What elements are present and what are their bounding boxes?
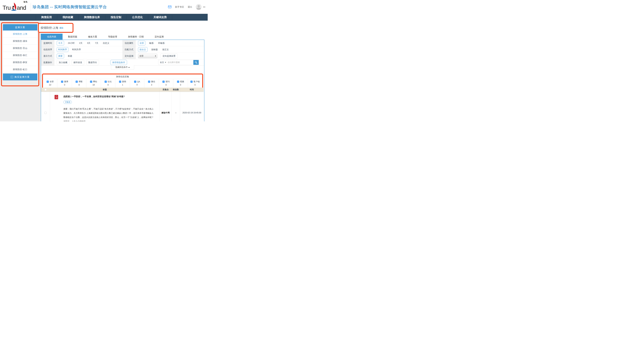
collection-row: 全部 22 微博 0 博客 0 网站 18 <box>43 79 202 87</box>
buy-plan-button[interactable]: + 购买监测方案 <box>3 74 37 80</box>
logo-text-cn: 珍岛 <box>23 1 28 3</box>
checkbox-qa-checked[interactable] <box>134 81 136 83</box>
tab-directional-monitor[interactable]: 定向监测 <box>149 34 169 40</box>
sort-option-desc[interactable]: 时间降序 <box>57 47 68 52</box>
search-scope-value: 全文 <box>160 61 164 64</box>
checkbox-all-checked[interactable] <box>46 81 49 83</box>
tab-info-list[interactable]: 信息列表 <box>41 34 63 40</box>
nav-item-data-warehouse[interactable]: 舆情数据仓库 <box>79 14 105 21</box>
checkbox-weibo-checked[interactable] <box>61 81 63 83</box>
match-option-fulltext[interactable]: 按全文 <box>138 47 148 52</box>
time-option-7d[interactable]: 7天 <box>95 42 98 44</box>
checkbox-website-checked[interactable] <box>90 81 92 83</box>
caret-down-icon <box>165 62 166 63</box>
export-data-button[interactable]: 数据导出 <box>86 60 99 65</box>
sidebar-item-xuhui[interactable]: 疫情防控-徐汇 <box>3 52 37 59</box>
source-logo-text: 上观 <box>55 97 58 98</box>
tab-data-mining[interactable]: 数据挖掘 <box>63 34 83 40</box>
collection-item-press: 报刊 0 <box>159 79 173 87</box>
sidebar-item-pudong[interactable]: 疫情防控-浦东 <box>3 38 37 45</box>
checkbox-video-checked[interactable] <box>177 81 179 83</box>
attribute-option-all[interactable]: 全部 <box>138 41 145 45</box>
annotation-box-sidebar: 监测方案 疫情防控-上海 疫情防控-浦东 疫情防控-宝山 疫情防控-徐汇 疫情防… <box>1 22 39 86</box>
logout-link[interactable]: 退出 <box>188 5 192 8</box>
checkbox-news-checked[interactable] <box>119 81 121 83</box>
tab-level-process[interactable]: 等级处理 <box>103 34 123 40</box>
time-option-today[interactable]: 今天 <box>57 41 64 45</box>
filter-label-sort: 信息排序 <box>41 46 54 53</box>
collection-item-all: 全部 22 <box>43 79 57 87</box>
hide-filter-label: 隐藏筛选条件 <box>115 66 128 69</box>
sidebar-item-shanghai[interactable]: 疫情防控-上海 <box>3 30 37 38</box>
filter-row-batch: 批量操作 加入收藏 邮件发送 数据导出 保存筛选条件 全文 <box>41 59 204 66</box>
checkbox-blog-checked[interactable] <box>76 81 78 83</box>
attribute-option-sensitive[interactable]: 敏感 <box>149 42 154 44</box>
row-time-cell: 2020-02-19 19:45:00 <box>180 92 204 121</box>
collection-item-video: 视频 0 <box>173 79 188 87</box>
search-input[interactable] <box>167 61 193 64</box>
nav-item-report[interactable]: 报告定制 <box>105 14 127 21</box>
filter-label-attribute: 信息属性 <box>122 40 136 46</box>
tab-daily-report[interactable]: 舆情服务 - 日报 <box>123 34 149 40</box>
collection-count: 0 <box>136 84 138 86</box>
filter-row-sort: 信息排序 时间降序 时间升序 匹配方式 按全文 按标题 按正文 <box>41 46 204 53</box>
nav-item-pr-optimize[interactable]: 公关优化 <box>127 14 148 21</box>
table-row: 上观 战疫观 | 一手防控，一手发展，如何应答这道看似“两难”的考题? 非敏感 … <box>41 92 204 121</box>
sidebar-item-jingan[interactable]: 疫情防控-静安 <box>3 59 37 66</box>
mail-icon[interactable] <box>168 6 172 8</box>
collection-item-client: 客户端 0 <box>188 79 202 87</box>
nav-divider <box>172 15 172 20</box>
row-title-cell: 上观 战疫观 | 一手防控，一手发展，如何应答这道看似“两难”的考题? 非敏感 … <box>50 92 160 121</box>
checkbox-client-checked[interactable] <box>190 81 193 83</box>
collection-count: 0 <box>108 84 109 86</box>
tab-edit-plan[interactable]: 修改方案 <box>83 34 103 40</box>
delete-plan-link[interactable]: 删除 <box>60 27 63 29</box>
row-checkbox[interactable] <box>44 112 46 114</box>
nav-item-favorites[interactable]: 我的收藏 <box>57 14 79 21</box>
display-option-summary[interactable]: 摘要 <box>57 54 64 58</box>
match-option-body[interactable]: 按正文 <box>162 48 169 51</box>
nav-item-yuqing-app[interactable]: 舆情应用 <box>36 14 57 21</box>
collection-label: 新闻 <box>122 80 126 83</box>
site-title: 珍岛集团 -- 实时网络舆情智能监测云平台 <box>33 0 107 14</box>
collection-label: 论坛 <box>108 80 112 83</box>
collection-count: 18 <box>92 84 95 86</box>
filter-label-match: 匹配方式 <box>122 46 136 53</box>
collection-count: 0 <box>180 84 181 86</box>
hide-filter-toggle[interactable]: 隐藏筛选条件 <box>111 65 134 69</box>
sort-option-asc[interactable]: 时间升序 <box>72 48 81 51</box>
search-box: 全文 <box>158 60 199 65</box>
time-option-2d[interactable]: 2天 <box>79 42 82 44</box>
sidebar-item-baoshan[interactable]: 疫情防控-宝山 <box>3 45 37 52</box>
checkbox-wechat-checked[interactable] <box>148 81 150 83</box>
header-similar: 相似数 <box>172 87 180 92</box>
display-option-title[interactable]: 标题 <box>68 55 72 58</box>
newbie-zone-link[interactable]: 新手专区 <box>175 5 184 8</box>
checkbox-press-checked[interactable] <box>162 81 165 83</box>
filter-options-attribute: 全部 敏感 非敏感 <box>136 40 204 46</box>
collection-label: 网站 <box>93 80 97 83</box>
time-option-24h[interactable]: 24小时 <box>68 42 75 44</box>
save-filter-button[interactable]: 保存筛选条件 <box>110 60 127 65</box>
filter-label-time: 监测时间 <box>41 40 54 46</box>
brand-logo[interactable]: Tru and 珍岛 <box>2 2 26 11</box>
select-spinner-icon <box>155 55 156 57</box>
article-title-link[interactable]: 战疫观 | 一手防控，一手发展，如何应答这道看似“两难”的考题? <box>64 95 125 98</box>
time-option-3d[interactable]: 3天 <box>87 42 90 44</box>
match-option-title[interactable]: 按标题 <box>151 48 158 51</box>
collection-label: QA <box>137 81 140 83</box>
add-favorite-button[interactable]: 加入收藏 <box>57 60 69 65</box>
directional-settings-button[interactable]: 定向监测设置 <box>160 53 178 59</box>
avatar[interactable] <box>196 4 201 10</box>
attribute-option-nonsensitive[interactable]: 非敏感 <box>158 42 164 44</box>
sidebar-item-hongkou[interactable]: 疫情防控-虹口 <box>3 66 37 73</box>
search-button[interactable] <box>193 60 199 65</box>
send-email-button[interactable]: 邮件发送 <box>71 60 84 65</box>
search-scope-dropdown[interactable]: 全文 <box>158 61 167 64</box>
checkbox-forum-checked[interactable] <box>105 81 107 83</box>
directional-select[interactable]: 全部 <box>138 54 157 58</box>
nav-item-keyword-trend[interactable]: 关键词走势 <box>148 14 172 21</box>
time-option-custom[interactable]: 自定义 <box>103 42 109 44</box>
collection-label: 微信 <box>151 80 155 83</box>
select-all-checkbox[interactable] <box>44 89 46 91</box>
